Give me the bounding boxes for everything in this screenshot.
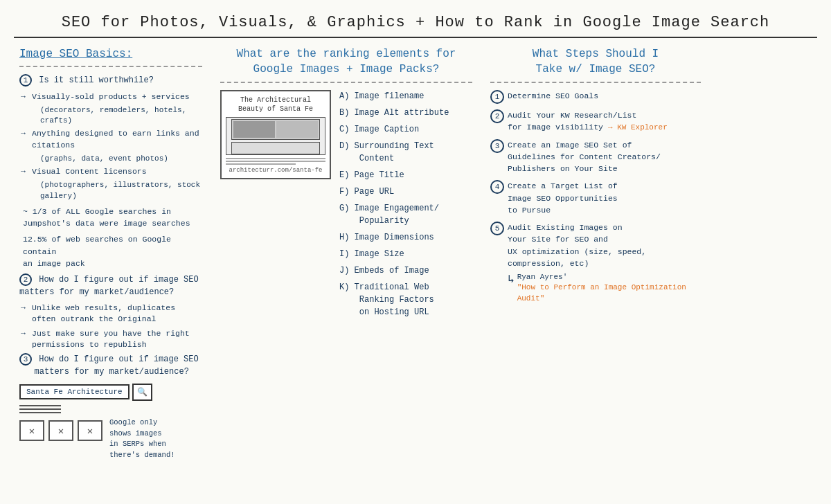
card-title: The ArchitecturalBeauty of Santa Fe: [226, 96, 325, 114]
step-3-text: Create an Image SEO Set ofGuidelines for…: [508, 139, 661, 175]
arrow-earn-links: Anything designed to earn links and cita…: [19, 128, 202, 150]
search-button-drawing: 🔍: [132, 384, 152, 401]
left-item-1: 1 Is it still worthwhile?: [19, 74, 202, 87]
middle-column: What are the ranking elements forGoogle …: [215, 46, 478, 467]
card-line-3: [226, 163, 296, 165]
result-line-1: [19, 405, 61, 406]
sub-visually-sold: (decorators, remodelers, hotels, crafts): [19, 105, 202, 127]
content-grid: Image SEO Basics: 1 Is it still worthwhi…: [14, 46, 817, 467]
arrow-permissions: Just make sure you have the right permis…: [19, 328, 202, 350]
step-circle-5: 5: [490, 222, 504, 235]
rank-g: G) Image Engagement/ Popularity: [339, 202, 472, 227]
rank-b: B) Image Alt attribute: [339, 107, 472, 119]
result-line-2: [19, 408, 61, 410]
whiteboard: SEO for Photos, Visuals, & Graphics + Ho…: [0, 0, 831, 504]
card-image-area: [226, 117, 325, 155]
right-column: What Steps Should ITake w/ Image SEO? 1 …: [485, 46, 706, 467]
rank-h: H) Image Dimensions: [339, 231, 472, 244]
article-card: The ArchitecturalBeauty of Santa Fe: [220, 90, 331, 179]
rank-i: I) Image Size: [339, 248, 472, 260]
step-circle-1: 1: [490, 90, 504, 104]
card-line-2: [226, 161, 325, 162]
rank-k: K) Traditional Web Ranking Factors on Ho…: [339, 281, 472, 318]
card-url: architecturr.com/santa-fe: [226, 167, 325, 174]
right-column-header: What Steps Should ITake w/ Image SEO?: [490, 46, 701, 78]
ranking-items: A) Image filename B) Image Alt attribute…: [339, 90, 472, 323]
quote-text: "How to Perform an Image Optimization Au…: [517, 283, 686, 302]
img-thumb-3: [78, 420, 102, 441]
rank-e: E) Page Title: [339, 169, 472, 181]
left-dashed-divider: [19, 66, 202, 67]
sub-visual-licensors: (photographers, illustrators, stock gall…: [19, 180, 202, 201]
step-1-text: Determine SEO Goals: [508, 90, 598, 102]
arrow-visually-sold: Visually-sold products + services: [19, 91, 202, 102]
middle-dashed-divider: [220, 82, 472, 83]
rank-j: J) Embeds of Image: [339, 264, 472, 277]
rank-c: C) Image Caption: [339, 123, 472, 136]
rank-a: A) Image filename: [339, 90, 472, 102]
step-circle-2: 2: [490, 109, 504, 123]
right-dashed-divider: [490, 82, 701, 83]
rank-f: F) Page URL: [339, 186, 472, 198]
card-line-1: [226, 158, 325, 159]
step-circle-4: 4: [490, 180, 504, 194]
step-2: 2 Audit Your KW Research/Listfor Image v…: [490, 109, 701, 134]
card-lines: [226, 158, 325, 165]
step-5: 5 Audit Existing Images onYour Site for …: [490, 222, 701, 269]
arrow-visual-licensors: Visual Content licensors: [19, 166, 202, 177]
step-3: 3 Create an Image SEO Set ofGuidelines f…: [490, 139, 701, 175]
left-item-3: 3 How do I figure out if image SEO matte…: [19, 353, 202, 378]
circle-1: 1: [19, 74, 32, 87]
image-thumbnails: [19, 420, 102, 441]
arrow-duplicates: Unlike web results, duplicates often out…: [19, 303, 202, 325]
step-4-text: Create a Target List ofImage SEO Opportu…: [508, 180, 618, 216]
sub-earn-links: (graphs, data, event photos): [19, 154, 202, 164]
google-note: Google onlyshows imagesin SERPs whenther…: [107, 417, 175, 461]
circle-2: 2: [19, 273, 32, 286]
result-line-3: [19, 412, 61, 413]
left-column-header: Image SEO Basics:: [19, 46, 202, 62]
search-input-drawing: Santa Fe Architecture: [19, 384, 129, 399]
img-thumb-1: [19, 420, 44, 441]
mid-content: The ArchitecturalBeauty of Santa Fe: [220, 90, 472, 323]
step-2-text: Audit Your KW Research/Listfor Image vis…: [508, 109, 668, 134]
stat-1: ~ 1/3 of ALL Google searches inJumpshot'…: [19, 206, 202, 230]
left-column: Image SEO Basics: 1 Is it still worthwhi…: [14, 46, 208, 467]
title-section: SEO for Photos, Visuals, & Graphics + Ho…: [14, 14, 817, 38]
search-results-drawing: [19, 405, 202, 413]
step-1: 1 Determine SEO Goals: [490, 90, 701, 104]
kw-explorer-highlight: → KW Explorer: [608, 123, 668, 132]
middle-column-header: What are the ranking elements forGoogle …: [220, 46, 472, 78]
article-card-section: The ArchitecturalBeauty of Santa Fe: [220, 90, 331, 323]
page-title: SEO for Photos, Visuals, & Graphics + Ho…: [62, 14, 770, 31]
step-4: 4 Create a Target List ofImage SEO Oppor…: [490, 180, 701, 216]
sub-arrow-text: Ryan Ayres' "How to Perform an Image Opt…: [517, 272, 701, 304]
rank-d: D) Surrounding Text Content: [339, 140, 472, 165]
search-box-drawing: Santa Fe Architecture 🔍: [19, 384, 202, 401]
step-5-text: Audit Existing Images onYour Site for SE…: [508, 222, 646, 269]
img-thumb-2: [48, 420, 73, 441]
sub-arrow-ryan: Ryan Ayres' "How to Perform an Image Opt…: [490, 272, 701, 304]
circle-3: 3: [19, 353, 32, 366]
stat-2: 12.5% of web searches on Google containa…: [19, 233, 202, 269]
left-item-2: 2 How do I figure out if image SEO matte…: [19, 273, 202, 298]
step-circle-3: 3: [490, 139, 504, 153]
